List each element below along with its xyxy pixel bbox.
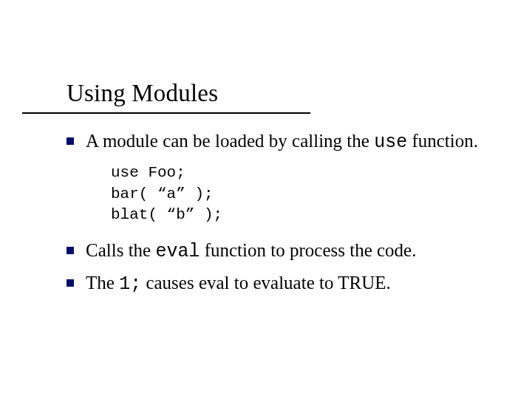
title-underline bbox=[22, 112, 310, 114]
title-area: Using Modules bbox=[66, 80, 488, 107]
code-line: bar( “a” ); bbox=[111, 185, 214, 202]
bullet-item: The 1; causes eval to evaluate to TRUE. bbox=[66, 271, 488, 296]
code-run: 1; bbox=[119, 273, 141, 295]
bullet-square-icon bbox=[66, 279, 74, 287]
bullet-text: A module can be loaded by calling the us… bbox=[86, 129, 488, 154]
code-run: use bbox=[374, 132, 407, 153]
code-block: use Foo; bar( “a” ); blat( “b” ); bbox=[111, 163, 488, 225]
code-line: blat( “b” ); bbox=[111, 206, 222, 223]
text-run: causes eval to evaluate to TRUE. bbox=[141, 273, 391, 293]
code-line: use Foo; bbox=[111, 164, 185, 181]
text-run: The bbox=[86, 273, 119, 293]
slide-title: Using Modules bbox=[66, 80, 488, 107]
text-run: Calls the bbox=[86, 240, 155, 260]
text-run: function to process the code. bbox=[200, 240, 416, 260]
slide-body: A module can be loaded by calling the us… bbox=[66, 129, 488, 300]
code-run: eval bbox=[155, 241, 200, 262]
bullet-square-icon bbox=[66, 137, 74, 145]
bullet-text: Calls the eval function to process the c… bbox=[86, 239, 488, 263]
slide: Using Modules A module can be loaded by … bbox=[0, 0, 532, 399]
bullet-item: A module can be loaded by calling the us… bbox=[66, 129, 488, 154]
text-run: A module can be loaded by calling the bbox=[86, 131, 374, 151]
bullet-square-icon bbox=[66, 247, 74, 254]
bullet-item: Calls the eval function to process the c… bbox=[66, 239, 488, 263]
bullet-text: The 1; causes eval to evaluate to TRUE. bbox=[86, 271, 488, 296]
text-run: function. bbox=[407, 131, 478, 151]
